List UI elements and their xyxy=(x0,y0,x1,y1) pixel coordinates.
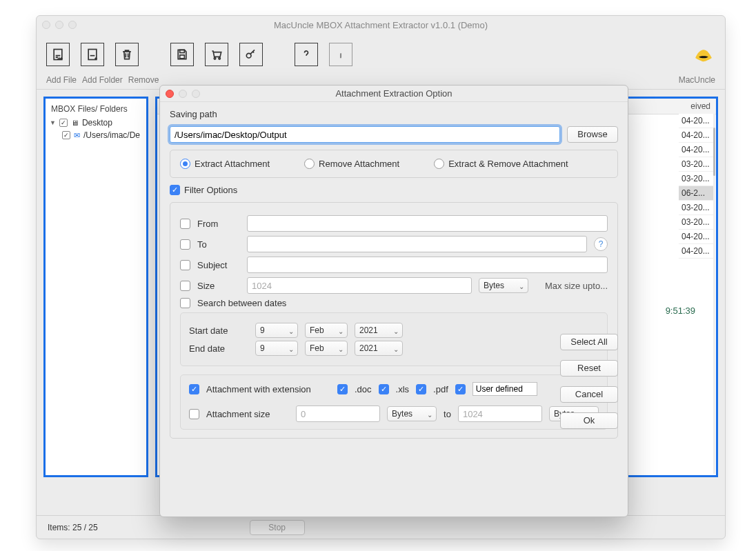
end-year-select[interactable]: 2021 xyxy=(355,341,403,356)
buy-button[interactable] xyxy=(205,43,228,66)
modal-titlebar: Attachment Extraction Option xyxy=(160,86,628,102)
table-row[interactable]: 03-20... xyxy=(679,201,713,215)
tree-child-label: /Users/imac/De xyxy=(83,130,140,140)
table-row[interactable]: 06-2... xyxy=(679,186,713,201)
end-day-select[interactable]: 9 xyxy=(255,341,298,356)
zoom-icon xyxy=(192,90,200,98)
info-button[interactable] xyxy=(329,43,352,66)
attsize-label: Attachment size xyxy=(206,409,289,419)
attsize-from-unit[interactable]: Bytes xyxy=(387,406,437,421)
user-checkbox[interactable] xyxy=(455,384,466,394)
help-icon[interactable]: ? xyxy=(594,237,608,251)
tree-root-row[interactable]: ▼ 🖥 Desktop xyxy=(47,117,145,129)
remove-radio[interactable] xyxy=(304,159,315,169)
preview-timestamp: 9:51:39 xyxy=(666,305,695,316)
disclosure-icon[interactable]: ▼ xyxy=(50,119,56,126)
dates-checkbox[interactable] xyxy=(180,298,190,308)
extraction-options-dialog: Attachment Extraction Option Saving path… xyxy=(159,85,628,517)
start-month-select[interactable]: Feb xyxy=(305,323,348,338)
size-label: Size xyxy=(197,281,240,291)
both-radio[interactable] xyxy=(434,159,444,169)
remove-label: Remove Attachment xyxy=(319,159,399,169)
ext-checkbox[interactable] xyxy=(189,384,199,394)
filter-toggle-row[interactable]: Filter Options xyxy=(170,185,618,195)
attsize-from-input[interactable] xyxy=(296,405,380,422)
start-day-select[interactable]: 9 xyxy=(255,323,298,338)
statusbar: Items: 25 / 25 Stop xyxy=(37,515,725,539)
filter-checkbox[interactable] xyxy=(170,185,180,195)
from-input[interactable] xyxy=(247,215,608,232)
brand-label: MacUncle xyxy=(679,75,715,85)
remove-button[interactable] xyxy=(115,43,139,66)
table-row[interactable]: 04-20... xyxy=(679,128,713,143)
stop-button[interactable]: Stop xyxy=(250,520,305,535)
doc-checkbox[interactable] xyxy=(337,384,348,394)
tree-root-checkbox[interactable] xyxy=(59,119,68,127)
ext-label: Attachment with extension xyxy=(206,384,330,394)
table-row[interactable]: 03-20... xyxy=(679,172,713,186)
traffic-max-icon[interactable] xyxy=(68,21,77,29)
reset-button[interactable]: Reset xyxy=(560,360,618,377)
attsize-checkbox[interactable] xyxy=(189,409,199,419)
status-items: Items: 25 / 25 xyxy=(48,523,98,532)
xls-checkbox[interactable] xyxy=(379,384,389,394)
table-row[interactable]: 03-20... xyxy=(679,157,713,172)
tree-panel: MBOX Files/ Folders ▼ 🖥 Desktop ✉ /Users… xyxy=(43,97,148,477)
desktop-icon: 🖥 xyxy=(71,119,79,127)
traffic-close-icon[interactable] xyxy=(42,21,50,29)
saving-path-label: Saving path xyxy=(170,109,618,119)
table-row[interactable]: 04-20... xyxy=(679,230,713,244)
remove-radio-row[interactable]: Remove Attachment xyxy=(304,159,399,169)
browse-button[interactable]: Browse xyxy=(567,126,618,143)
tree-header: MBOX Files/ Folders xyxy=(47,103,145,117)
window-title: MacUncle MBOX Attachment Extractor v1.0.… xyxy=(274,20,488,30)
subject-input[interactable] xyxy=(247,257,608,273)
table-row[interactable]: 04-20... xyxy=(679,244,713,259)
to-input[interactable] xyxy=(247,236,587,252)
both-label: Extract & Remove Attachment xyxy=(448,159,568,169)
tree-child-row[interactable]: ✉ /Users/imac/De xyxy=(47,129,145,141)
select-all-button[interactable]: Select All xyxy=(560,334,618,350)
from-checkbox[interactable] xyxy=(180,219,190,229)
pdf-checkbox[interactable] xyxy=(416,384,426,394)
both-radio-row[interactable]: Extract & Remove Attachment xyxy=(434,159,568,169)
size-checkbox[interactable] xyxy=(180,281,190,291)
table-row[interactable]: 04-20... xyxy=(679,114,713,128)
subject-checkbox[interactable] xyxy=(180,260,190,270)
subject-label: Subject xyxy=(197,260,240,270)
to-label: To xyxy=(197,239,240,250)
key-button[interactable] xyxy=(239,43,263,66)
cancel-button[interactable]: Cancel xyxy=(560,386,618,403)
user-defined-input[interactable] xyxy=(472,382,537,396)
table-row[interactable]: 04-20... xyxy=(679,143,713,157)
add-file-button[interactable] xyxy=(46,43,70,66)
ok-button[interactable]: Ok xyxy=(560,412,618,429)
attsize-to-label: to xyxy=(444,409,451,419)
add-folder-label: Add Folder xyxy=(82,75,123,85)
saving-path-input[interactable] xyxy=(170,126,560,143)
to-checkbox[interactable] xyxy=(180,239,190,250)
table-row[interactable]: 03-20... xyxy=(679,215,713,230)
start-year-select[interactable]: 2021 xyxy=(355,323,403,338)
attsize-to-input[interactable] xyxy=(458,405,542,422)
size-unit-select[interactable]: Bytes xyxy=(479,278,528,293)
add-folder-button[interactable] xyxy=(81,43,104,66)
scrollbar[interactable] xyxy=(713,114,715,474)
size-input[interactable] xyxy=(247,277,472,294)
end-month-select[interactable]: Feb xyxy=(305,341,348,356)
traffic-min-icon[interactable] xyxy=(55,21,63,29)
svg-rect-3 xyxy=(180,50,185,52)
filter-group: From To ? Subject Size Bytes Max size up… xyxy=(170,202,618,439)
start-date-label: Start date xyxy=(189,325,248,336)
extract-radio-row[interactable]: Extract Attachment xyxy=(180,159,270,169)
save-button[interactable] xyxy=(170,43,194,66)
extract-radio[interactable] xyxy=(180,159,190,169)
modal-title: Attachment Extraction Option xyxy=(335,88,452,99)
col-received[interactable]: eived xyxy=(690,101,710,111)
filter-label: Filter Options xyxy=(184,185,237,195)
tree-child-checkbox[interactable] xyxy=(62,131,70,139)
close-icon[interactable] xyxy=(166,90,174,98)
help-button[interactable] xyxy=(295,43,318,66)
from-label: From xyxy=(197,219,240,229)
main-titlebar: MacUncle MBOX Attachment Extractor v1.0.… xyxy=(37,16,725,34)
